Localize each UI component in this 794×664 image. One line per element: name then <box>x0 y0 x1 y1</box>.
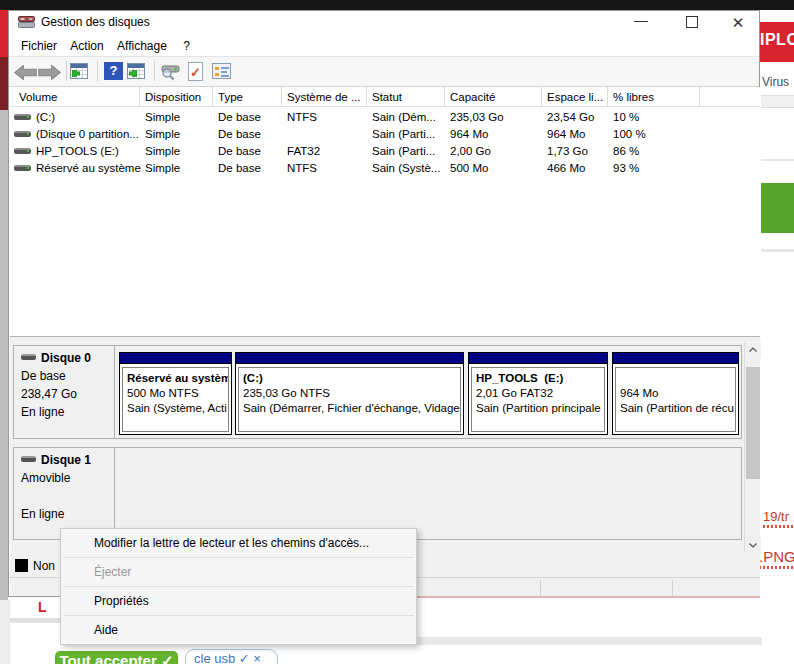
partition-box[interactable]: (C:)235,03 Go NTFSSain (Démarrer, Fichie… <box>235 352 464 435</box>
cell-fs: FAT32 <box>287 142 366 157</box>
scrollbar[interactable] <box>744 342 760 554</box>
console-tree-icon <box>70 63 88 79</box>
list-header: VolumeDispositionTypeSystème de ...Statu… <box>10 87 760 107</box>
volume-row[interactable]: (Disque 0 partition...SimpleDe baseSain … <box>10 125 760 142</box>
column-header-syst-me-de-[interactable]: Système de ... <box>282 87 367 107</box>
cell-type: De base <box>218 142 281 157</box>
cell-fs <box>287 125 366 128</box>
close-button[interactable]: ✕ <box>721 11 755 34</box>
window-title: Gestion des disques <box>41 15 150 29</box>
menu-affichage[interactable]: Affichage <box>117 39 167 53</box>
menu-item-modifier-la-lettre-de-lecteur-[interactable]: Modifier la lettre de lecteur et les che… <box>61 529 416 557</box>
bg-red-link-2: .PNG <box>759 548 794 569</box>
bg-gray-row <box>761 95 794 108</box>
unallocated-color-swatch <box>15 559 28 572</box>
disk-management-window: Gestion des disques ✕ Fichier Action Aff… <box>8 10 760 597</box>
column-header--libres[interactable]: % libres <box>608 87 700 107</box>
cell-espace: 23,54 Go <box>547 108 607 123</box>
cell-espace: 964 Mo <box>547 125 607 140</box>
volume-icon <box>14 148 31 154</box>
cell-volume: HP_TOOLS (E:) <box>36 142 160 157</box>
volume-icon <box>14 165 31 171</box>
partition-box[interactable]: 964 MoSain (Partition de récu <box>612 352 739 435</box>
cell-disposition: Simple <box>145 142 212 157</box>
back-button[interactable] <box>14 61 36 83</box>
column-header-volume[interactable]: Volume <box>10 87 140 107</box>
volume-list: VolumeDispositionTypeSystème de ...Statu… <box>10 87 760 336</box>
column-header-capacit-[interactable]: Capacité <box>445 87 542 107</box>
cell-libres: 93 % <box>613 159 699 174</box>
menu-fichier[interactable]: Fichier <box>21 39 57 53</box>
partition-color-band <box>613 353 738 364</box>
cell-libres: 100 % <box>613 125 699 140</box>
bg-red-banner-right: IPLOI <box>760 22 794 62</box>
scroll-up-icon[interactable] <box>745 342 761 358</box>
cell-espace: 1,73 Go <box>547 142 607 157</box>
disk-icon <box>21 354 36 360</box>
back-arrow-icon <box>14 65 37 80</box>
title-bar[interactable]: Gestion des disques ✕ <box>9 11 759 34</box>
search-tag-chip[interactable]: cle usb ✓ × <box>185 649 278 664</box>
show-console-tree-button[interactable] <box>70 61 92 83</box>
bg-virus-text: Virus <box>762 75 794 89</box>
partition-color-band <box>469 353 607 364</box>
scrollbar-thumb[interactable] <box>746 367 760 479</box>
cell-type: De base <box>218 125 281 140</box>
check-document-button[interactable]: ✓ <box>188 61 210 83</box>
help-icon: ? <box>104 62 123 80</box>
properties-button[interactable] <box>212 61 234 83</box>
disk0-label[interactable]: Disque 0 De base 238,47 Go En ligne <box>14 346 115 438</box>
cell-espace: 466 Mo <box>547 159 607 174</box>
rescan-disks-button[interactable] <box>160 61 182 83</box>
cell-volume: Réservé au système <box>36 159 160 174</box>
bg-red-banner-left <box>0 10 8 57</box>
cell-statut: Sain (Systè... <box>372 159 444 174</box>
bg-maroon-block <box>0 57 8 110</box>
column-header-statut[interactable]: Statut <box>367 87 445 107</box>
menu-item-aide[interactable]: Aide <box>61 616 416 644</box>
maximize-button[interactable] <box>675 11 709 34</box>
volume-icon <box>14 114 31 120</box>
partition-info: 964 MoSain (Partition de récu <box>615 367 736 432</box>
column-header-espace-li-[interactable]: Espace li... <box>542 87 608 107</box>
scroll-down-icon[interactable] <box>745 538 761 554</box>
bg-gray-line <box>761 159 794 161</box>
cell-disposition: Simple <box>145 125 212 140</box>
column-header-type[interactable]: Type <box>213 87 282 107</box>
bg-line <box>10 618 60 623</box>
forward-arrow-icon <box>38 65 61 80</box>
show-action-pane-button[interactable] <box>127 61 149 83</box>
cell-disposition: Simple <box>145 159 212 174</box>
forward-button[interactable] <box>38 61 60 83</box>
cell-capacite: 964 Mo <box>450 125 541 140</box>
menu-help[interactable]: ? <box>183 39 190 53</box>
cell-volume: (C:) <box>36 108 160 123</box>
volume-row[interactable]: HP_TOOLS (E:)SimpleDe baseFAT32Sain (Par… <box>10 142 760 159</box>
disk1-label[interactable]: Disque 1 Amovible En ligne <box>14 448 115 539</box>
column-header-disposition[interactable]: Disposition <box>140 87 213 107</box>
banner-text: IPLOI <box>760 31 794 49</box>
partition-info: (C:)235,03 Go NTFSSain (Démarrer, Fichie… <box>238 367 461 432</box>
menu-item-propri-t-s[interactable]: Propriétés <box>61 587 416 615</box>
cell-libres: 10 % <box>613 108 699 123</box>
cell-statut: Sain (Parti... <box>372 142 444 157</box>
help-button[interactable]: ? <box>104 61 126 83</box>
rescan-icon <box>160 63 182 83</box>
disk-management-icon <box>18 16 35 29</box>
document-check-icon: ✓ <box>188 62 203 81</box>
cell-statut: Sain (Dém... <box>372 108 444 123</box>
volume-row[interactable]: Réservé au systèmeSimpleDe baseNTFSSain … <box>10 159 760 176</box>
menu-action[interactable]: Action <box>70 39 103 53</box>
volume-row[interactable]: (C:)SimpleDe baseNTFSSain (Dém...235,03 … <box>10 108 760 125</box>
cell-type: De base <box>218 159 281 174</box>
partition-color-band <box>236 353 463 364</box>
menu-bar: Fichier Action Affichage ? <box>9 34 759 56</box>
cookie-accept-button[interactable]: Tout accepter ✓ <box>55 651 178 664</box>
cell-capacite: 500 Mo <box>450 159 541 174</box>
partition-box[interactable]: Réservé au systèm500 Mo NTFSSain (Systèm… <box>119 352 232 435</box>
partition-info: Réservé au systèm500 Mo NTFSSain (Systèm… <box>122 367 229 432</box>
bg-green-block <box>761 183 794 233</box>
minimize-button[interactable] <box>624 11 658 34</box>
partition-box[interactable]: HP_TOOLS (E:)2,01 Go FAT32Sain (Partitio… <box>468 352 608 435</box>
bg-band <box>418 637 762 645</box>
